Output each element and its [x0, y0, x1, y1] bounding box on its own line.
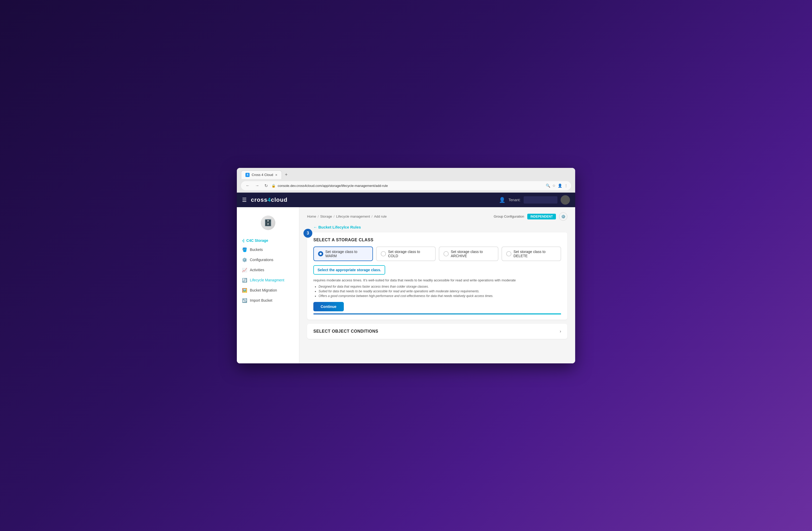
- object-conditions-title: SELECT OBJECT CONDITIONS: [313, 329, 378, 334]
- sidebar-collapse-button[interactable]: ‹| C4C Storage: [237, 236, 299, 245]
- group-config-label: Group Configuration: [494, 215, 524, 218]
- breadcrumb-storage[interactable]: Storage: [320, 215, 332, 218]
- collapse-icon: ‹|: [242, 239, 244, 243]
- tab-close-button[interactable]: ×: [275, 173, 277, 177]
- search-icon[interactable]: 🔍: [546, 184, 550, 188]
- star-icon[interactable]: ☆: [552, 184, 556, 188]
- sidebar-label-migration: Bucket Migration: [250, 288, 277, 292]
- app-body: ☰ cross4cloud 👤 Tenant: 🗄️ ‹|: [237, 192, 575, 363]
- tooltip-box: Select the appropriate storage class.: [313, 265, 385, 275]
- storage-option-archive-label: Set storage class to ARCHIVE: [451, 249, 494, 258]
- object-conditions-header: SELECT OBJECT CONDITIONS ›: [313, 329, 561, 334]
- sidebar-item-lifecycle[interactable]: 🔄 Lifecycle Managment: [237, 275, 299, 285]
- forward-nav-button[interactable]: →: [253, 183, 261, 188]
- account-icon[interactable]: 👤: [558, 184, 562, 188]
- bullet-2: Suited for data that needs to be readily…: [319, 289, 561, 293]
- hamburger-menu[interactable]: ☰: [242, 197, 247, 203]
- tab-favicon: 4: [245, 173, 250, 177]
- top-nav-right: 👤 Tenant:: [499, 195, 570, 205]
- back-nav-button[interactable]: ←: [244, 183, 251, 188]
- divider-line: [313, 313, 561, 314]
- sep2: /: [334, 215, 335, 218]
- storage-option-delete[interactable]: Set storage class to DELETE: [502, 246, 561, 261]
- configurations-icon: ⚙️: [242, 257, 247, 262]
- lock-icon: 🔒: [272, 184, 276, 188]
- radio-delete: [506, 251, 511, 256]
- storage-options: Set storage class to WARM Set storage cl…: [313, 246, 561, 261]
- breadcrumb-right: Group Configuration INDEPENDENT ⚙️: [494, 212, 567, 221]
- logo: cross4cloud: [251, 197, 288, 203]
- sep1: /: [318, 215, 319, 218]
- sep3: /: [372, 215, 373, 218]
- select-storage-title: SELECT A STORAGE CLASS: [313, 238, 561, 242]
- breadcrumb-home[interactable]: Home: [307, 215, 316, 218]
- chevron-right-icon[interactable]: ›: [560, 329, 561, 334]
- reload-button[interactable]: ↻: [263, 183, 270, 189]
- lifecycle-icon: 🔄: [242, 278, 247, 283]
- browser-tabs: 4 Cross 4 Cloud × +: [241, 171, 571, 179]
- address-bar-icons: 🔍 ☆ 👤 ⋮: [546, 184, 568, 188]
- sidebar-label-activities: Activities: [250, 268, 264, 272]
- sidebar-item-import[interactable]: ↩️ Import Bucket: [237, 296, 299, 305]
- top-nav-left: ☰ cross4cloud: [242, 197, 288, 203]
- storage-option-warm-label: Set storage class to WARM: [325, 249, 368, 258]
- url-input[interactable]: [278, 184, 544, 188]
- account-nav-icon: 👤: [499, 197, 505, 203]
- new-tab-button[interactable]: +: [283, 171, 290, 178]
- breadcrumb: Home / Storage / Lifecycle management / …: [307, 212, 567, 221]
- tab-title: Cross 4 Cloud: [252, 173, 273, 177]
- continue-button[interactable]: Continue: [313, 302, 344, 311]
- sidebar-item-buckets[interactable]: 🪣 Buckets: [237, 245, 299, 255]
- tenant-label: Tenant:: [509, 198, 521, 202]
- sidebar-section-label: C4C Storage: [246, 239, 268, 243]
- sidebar-item-activities[interactable]: 📈 Activities: [237, 265, 299, 275]
- breadcrumb-lifecycle[interactable]: Lifecycle management: [336, 215, 370, 218]
- address-bar: ← → ↻ 🔒 🔍 ☆ 👤 ⋮: [241, 181, 571, 190]
- independent-badge: INDEPENDENT: [527, 214, 556, 219]
- breadcrumb-left: Home / Storage / Lifecycle management / …: [307, 215, 387, 218]
- sidebar-item-migration[interactable]: 🖼️ Bucket Migration: [237, 285, 299, 296]
- buckets-icon: 🪣: [242, 247, 247, 252]
- radio-cold: [381, 251, 386, 256]
- bullet-1: Designed for data that requires faster a…: [319, 285, 561, 288]
- back-link[interactable]: ← Bucket Lifecylce Rules: [307, 225, 567, 229]
- sidebar-label-buckets: Buckets: [250, 247, 263, 252]
- storage-option-cold-label: Set storage class to COLD: [388, 249, 431, 258]
- storage-option-cold[interactable]: Set storage class to COLD: [376, 246, 436, 261]
- sidebar-logo-area: 🗄️: [237, 211, 299, 234]
- step-badge: 3: [303, 229, 312, 238]
- content-area: Home / Storage / Lifecycle management / …: [299, 207, 575, 363]
- activities-icon: 📈: [242, 268, 247, 273]
- sidebar-logo-icon: 🗄️: [261, 216, 275, 230]
- main-content: 🗄️ ‹| C4C Storage 🪣 Buckets ⚙️ Configura…: [237, 207, 575, 363]
- sidebar: 🗄️ ‹| C4C Storage 🪣 Buckets ⚙️ Configura…: [237, 207, 299, 363]
- select-storage-section: 3 SELECT A STORAGE CLASS Set storage cla…: [307, 232, 567, 320]
- bullet-3: Offers a good compromise between high-pe…: [319, 294, 561, 298]
- browser-chrome: 4 Cross 4 Cloud × + ← → ↻ 🔒 🔍 ☆ 👤 ⋮: [237, 168, 575, 192]
- browser-tab-active[interactable]: 4 Cross 4 Cloud ×: [241, 171, 282, 179]
- storage-option-delete-label: Set storage class to DELETE: [513, 249, 556, 258]
- menu-icon[interactable]: ⋮: [564, 184, 568, 188]
- object-conditions-section: SELECT OBJECT CONDITIONS ›: [307, 324, 567, 339]
- storage-option-archive[interactable]: Set storage class to ARCHIVE: [439, 246, 498, 261]
- browser-window: 4 Cross 4 Cloud × + ← → ↻ 🔒 🔍 ☆ 👤 ⋮ ☰: [237, 168, 575, 363]
- sidebar-label-lifecycle: Lifecycle Managment: [250, 278, 284, 282]
- sidebar-label-import: Import Bucket: [250, 298, 272, 302]
- import-icon: ↩️: [242, 298, 247, 303]
- settings-button[interactable]: ⚙️: [559, 212, 567, 221]
- sidebar-item-configurations[interactable]: ⚙️ Configurations: [237, 255, 299, 265]
- description-text: requires moderate access times. It's wel…: [313, 278, 561, 283]
- user-avatar[interactable]: [561, 195, 570, 205]
- sidebar-label-configurations: Configurations: [250, 258, 273, 262]
- storage-option-warm[interactable]: Set storage class to WARM: [313, 246, 373, 261]
- bullet-points: Designed for data that requires faster a…: [319, 285, 561, 298]
- top-nav: ☰ cross4cloud 👤 Tenant:: [237, 192, 575, 207]
- migration-icon: 🖼️: [242, 288, 247, 293]
- radio-warm: [318, 251, 323, 256]
- tenant-selector[interactable]: [524, 196, 557, 203]
- breadcrumb-addrule: Add rule: [374, 215, 387, 218]
- radio-archive: [444, 251, 449, 256]
